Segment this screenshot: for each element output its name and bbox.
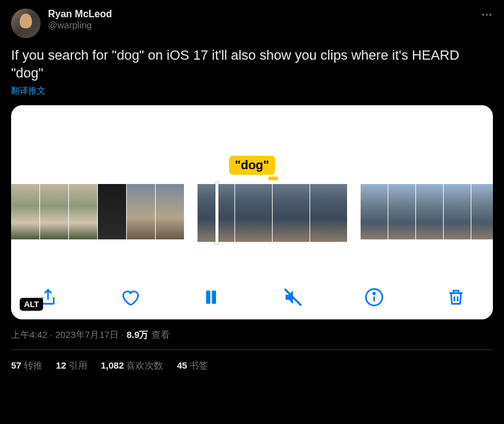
tweet-time[interactable]: 上午4:42 (11, 329, 47, 340)
thumbnail[interactable] (416, 184, 443, 239)
mute-button[interactable] (281, 285, 305, 310)
views-count: 8.9万 (127, 329, 149, 340)
thumbnail[interactable] (273, 184, 310, 242)
delete-button[interactable] (444, 285, 468, 310)
likes-stat[interactable]: 1,082 喜欢次数 (101, 360, 164, 372)
meta-sep: · (119, 329, 127, 340)
bookmarks-label: 书签 (187, 360, 208, 370)
tweet-text: If you search for "dog" on iOS 17 it'll … (11, 47, 493, 82)
clip-group (198, 184, 347, 242)
info-button[interactable] (362, 285, 386, 310)
thumbnail[interactable] (444, 184, 471, 239)
tweet-container: Ryan McLeod @warpling If you search for … (0, 0, 504, 382)
svg-point-2 (489, 14, 491, 15)
quotes-label: 引用 (66, 360, 87, 370)
thumbnail[interactable] (40, 184, 68, 239)
tweet-meta: 上午4:42 · 2023年7月17日 · 8.9万 查看 (11, 329, 493, 341)
media-card[interactable]: "dog" (11, 105, 493, 319)
alt-badge[interactable]: ALT (20, 298, 43, 311)
display-name[interactable]: Ryan McLeod (48, 9, 112, 20)
translate-link[interactable]: 翻译推文 (11, 86, 493, 97)
info-icon (364, 287, 384, 307)
quotes-count: 12 (56, 360, 66, 370)
thumbnail[interactable] (471, 184, 493, 239)
trash-icon (446, 287, 466, 307)
thumbnail[interactable] (156, 184, 184, 239)
mute-icon (283, 287, 303, 307)
tweet-stats: 57 转推 12 引用 1,082 喜欢次数 45 书签 (11, 350, 493, 382)
avatar[interactable] (11, 9, 41, 38)
retweets-stat[interactable]: 57 转推 (11, 360, 42, 372)
thumbnail[interactable] (127, 184, 155, 239)
playhead[interactable] (215, 182, 218, 244)
like-button[interactable] (118, 285, 142, 310)
pause-icon (201, 287, 221, 307)
tag-marker (268, 177, 278, 180)
bookmarks-count: 45 (177, 360, 187, 370)
svg-point-1 (486, 14, 487, 15)
thumbnail[interactable] (98, 184, 126, 239)
bookmarks-stat[interactable]: 45 书签 (177, 360, 208, 372)
thumbnail[interactable] (11, 184, 39, 239)
svg-point-8 (374, 293, 375, 295)
likes-count: 1,082 (101, 360, 124, 370)
thumbnail[interactable] (361, 184, 388, 239)
svg-point-0 (482, 14, 484, 15)
handle[interactable]: @warpling (48, 20, 112, 30)
thumbnail[interactable] (69, 184, 97, 239)
media-toolbar (11, 285, 493, 310)
thumbnail[interactable] (235, 184, 272, 242)
video-timeline[interactable] (11, 184, 493, 242)
heart-icon (120, 287, 140, 307)
retweets-count: 57 (11, 360, 22, 370)
likes-label: 喜欢次数 (124, 360, 163, 370)
clip-group (361, 184, 493, 242)
author-names: Ryan McLeod @warpling (48, 9, 112, 30)
svg-rect-3 (206, 291, 210, 304)
search-tag: "dog" (229, 156, 276, 175)
clip-group (11, 184, 184, 242)
thumbnail[interactable] (388, 184, 415, 239)
retweets-label: 转推 (22, 360, 42, 370)
meta-sep: · (47, 329, 55, 340)
more-button[interactable] (481, 9, 493, 24)
svg-rect-4 (212, 291, 217, 304)
thumbnail[interactable] (310, 184, 347, 242)
pause-button[interactable] (199, 285, 223, 310)
views-label: 查看 (149, 329, 170, 340)
quotes-stat[interactable]: 12 引用 (56, 360, 87, 372)
tweet-header: Ryan McLeod @warpling (11, 9, 493, 38)
tweet-date[interactable]: 2023年7月17日 (55, 329, 119, 340)
